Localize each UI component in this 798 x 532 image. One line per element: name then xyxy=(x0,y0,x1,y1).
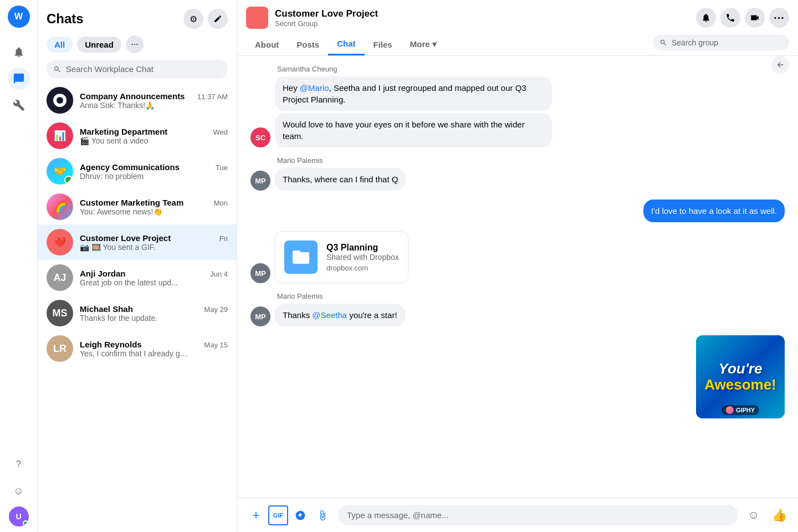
tab-more[interactable]: More ▾ xyxy=(401,34,446,55)
msg-sender-name: Mario Palemis xyxy=(250,156,785,165)
video-call-button[interactable] xyxy=(745,8,765,28)
chat-name: Customer Love Project xyxy=(80,233,171,243)
filter-all[interactable]: All xyxy=(47,37,73,53)
message-input[interactable] xyxy=(338,505,738,525)
giphy-logo xyxy=(726,406,734,414)
chat-avatar: 🌈 xyxy=(47,193,73,220)
msg-row: MP Thanks, where can I find that Q xyxy=(250,168,785,191)
emoji-button[interactable]: ☺ xyxy=(744,505,764,525)
chat-header: Customer Love Project Secret Group ··· A xyxy=(237,0,798,56)
voice-call-button[interactable] xyxy=(720,8,740,28)
attach-file-button[interactable] xyxy=(313,505,332,525)
nav-notifications[interactable] xyxy=(8,41,30,63)
group-subtitle: Secret Group xyxy=(275,19,378,28)
filter-tabs: All Unread ··· xyxy=(38,33,237,58)
chat-item-customer-marketing-team[interactable]: 🌈 Customer Marketing Team Mon You: Aweso… xyxy=(38,189,237,224)
tab-about[interactable]: About xyxy=(246,34,288,55)
chat-info: Customer Love Project Fri 📷 🎞️ You sent … xyxy=(80,233,228,252)
chat-info: Anji Jordan Jun 4 Great job on the lates… xyxy=(80,269,228,287)
gif-button[interactable]: GIF xyxy=(268,505,288,525)
online-status xyxy=(23,520,28,526)
chat-name: Leigh Reynolds xyxy=(80,340,142,349)
settings-button[interactable]: ⚙ xyxy=(183,9,203,29)
sticker-button[interactable] xyxy=(290,505,310,525)
left-nav: W ? ☺ U xyxy=(0,0,38,532)
file-url: dropbox.com xyxy=(326,264,399,272)
group-avatar xyxy=(246,7,268,29)
msg-avatar: MP xyxy=(250,171,270,191)
chat-preview: 🎬 You sent a video xyxy=(80,136,191,145)
chat-name: Marketing Department xyxy=(80,127,167,136)
msg-bubble: Hey @Mario, Seetha and I just regrouped … xyxy=(275,76,552,111)
sidebar-title: Chats xyxy=(47,11,84,27)
chat-preview: Anna Sok: Thanks!🙏 xyxy=(80,101,191,110)
chat-item-marketing-department[interactable]: 📊 Marketing Department Wed 🎬 You sent a … xyxy=(38,118,237,154)
sidebar-header-icons: ⚙ xyxy=(183,9,228,29)
filter-more-button[interactable]: ··· xyxy=(126,35,144,53)
svg-rect-0 xyxy=(511,485,524,492)
search-icon xyxy=(53,65,62,74)
msg-avatar: MP xyxy=(250,306,270,326)
file-card[interactable]: Q3 Planning Shared with Dropbox dropbox.… xyxy=(275,231,408,283)
msg-avatar: MP xyxy=(250,263,270,283)
chat-preview: 📷 🎞️ You sent a GIF. xyxy=(80,243,191,252)
chat-time: Jun 4 xyxy=(210,270,228,278)
tab-posts[interactable]: Posts xyxy=(288,34,328,55)
nav-tools[interactable] xyxy=(8,94,30,116)
mention-mario: @Mario xyxy=(300,83,329,93)
chat-avatar: AJ xyxy=(47,264,73,291)
chat-search-icon xyxy=(659,39,667,47)
chat-item-anji-jordan[interactable]: AJ Anji Jordan Jun 4 Great job on the la… xyxy=(38,260,237,295)
msg-group: Mario Palemis MP Thanks @Seetha you're a… xyxy=(250,292,785,326)
msg-group-file: MP Q3 Planning Shared with Dropbox dropb… xyxy=(250,231,785,283)
chat-info: Leigh Reynolds May 15 Yes, I confirm tha… xyxy=(80,340,228,358)
chat-time: Tue xyxy=(216,163,228,172)
add-attachment-button[interactable]: + xyxy=(246,505,266,525)
msg-bubble-continued: Would love to have your eyes on it befor… xyxy=(275,113,552,147)
back-button[interactable] xyxy=(771,56,789,74)
svg-rect-2 xyxy=(519,482,522,487)
giphy-label: GIPHY xyxy=(736,407,755,413)
input-actions: + GIF xyxy=(246,505,332,525)
msg-sender-name: Mario Palemis xyxy=(250,292,785,300)
chat-time: May 15 xyxy=(204,341,228,349)
chat-time: Wed xyxy=(213,128,228,136)
nav-avatar[interactable]: U xyxy=(9,507,29,526)
messages-area: Samantha Cheung SC Hey @Mario, Seetha an… xyxy=(237,56,798,498)
chat-name: Agency Communications xyxy=(80,162,180,172)
new-chat-button[interactable] xyxy=(208,9,228,29)
chat-item-leigh-reynolds[interactable]: LR Leigh Reynolds May 15 Yes, I confirm … xyxy=(38,331,237,366)
msg-bubble: Thanks, where can I find that Q xyxy=(275,168,406,191)
nav-help[interactable]: ? xyxy=(8,453,30,475)
message-input-bar: + GIF ☺ 👍 xyxy=(237,498,798,532)
chat-preview: Thanks for the update. xyxy=(80,314,191,323)
chat-preview: You: Awesome news!👏 xyxy=(80,207,191,216)
tab-chat[interactable]: Chat xyxy=(328,33,364,55)
msg-group: Mario Palemis MP Thanks, where can I fin… xyxy=(250,156,785,191)
nav-logo[interactable]: W xyxy=(8,6,30,28)
group-name: Customer Love Project xyxy=(275,8,378,19)
chat-item-customer-love-project[interactable]: ❤️ Customer Love Project Fri 📷 🎞️ You se… xyxy=(38,224,237,260)
send-button[interactable]: 👍 xyxy=(769,505,789,525)
chat-info: Marketing Department Wed 🎬 You sent a vi… xyxy=(80,127,228,145)
svg-rect-1 xyxy=(513,481,516,487)
nav-chats[interactable] xyxy=(8,68,30,90)
notification-settings-button[interactable] xyxy=(696,8,716,28)
filter-unread[interactable]: Unread xyxy=(77,37,121,53)
nav-emoji[interactable]: ☺ xyxy=(8,480,30,502)
tab-files[interactable]: Files xyxy=(365,34,401,55)
sidebar-header: Chats ⚙ xyxy=(38,0,237,33)
chat-item-michael-shah[interactable]: MS Michael Shah May 29 Thanks for the up… xyxy=(38,295,237,331)
chat-time: 11:37 AM xyxy=(197,93,228,101)
main-chat: Customer Love Project Secret Group ··· A xyxy=(237,0,798,532)
chat-info: Company Announcements 11:37 AM Anna Sok:… xyxy=(80,91,228,110)
msg-row: MP Thanks @Seetha you're a star! xyxy=(250,304,785,326)
msg-row-outgoing: I'd love to have a look at it as well. xyxy=(250,200,785,222)
chat-item-agency-communications[interactable]: 🤝 Agency Communications Tue Dhruv: no pr… xyxy=(38,154,237,189)
search-input[interactable] xyxy=(66,64,221,74)
more-options-button[interactable]: ··· xyxy=(769,8,789,28)
chat-search-input[interactable] xyxy=(672,38,782,47)
chat-item-company-announcements[interactable]: Company Announcements 11:37 AM Anna Sok:… xyxy=(38,83,237,118)
msg-bubble: Thanks @Seetha you're a star! xyxy=(275,304,405,326)
chat-preview: Great job on the latest upd... xyxy=(80,278,191,287)
